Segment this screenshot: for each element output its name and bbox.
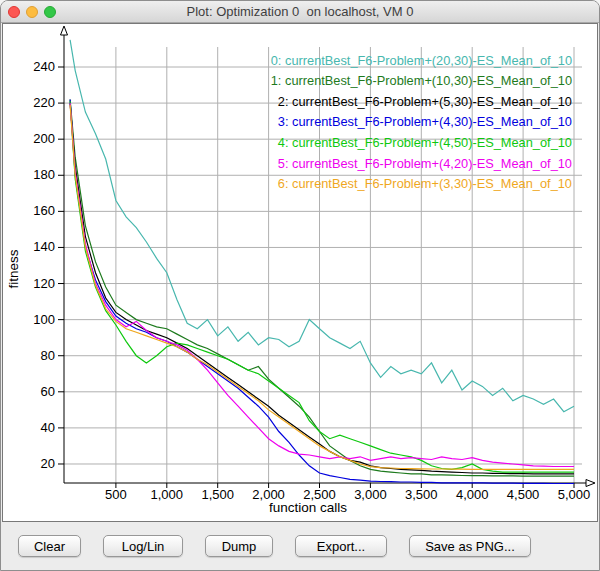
zoom-button[interactable] (44, 6, 56, 18)
y-tick-label: 20 (41, 456, 55, 471)
plot-window: Plot: Optimization 0 on localhost, VM 0 … (0, 0, 600, 571)
clear-button[interactable]: Clear (18, 535, 81, 557)
y-tick-label: 100 (33, 312, 55, 327)
legend-entry-3: 3: currentBest_F6-Problem+(4,30)-ES_Mean… (278, 114, 572, 129)
export-button[interactable]: Export... (295, 535, 387, 557)
close-button[interactable] (8, 6, 20, 18)
y-tick-label: 120 (33, 276, 55, 291)
legend-entry-6: 6: currentBest_F6-Problem+(3,30)-ES_Mean… (278, 176, 572, 191)
legend: 0: currentBest_F6-Problem+(20,30)-ES_Mea… (271, 53, 572, 192)
y-tick-label: 140 (33, 239, 55, 254)
y-tick-label: 220 (33, 95, 55, 110)
x-tick-label: 500 (105, 487, 127, 502)
x-tick-label: 1,500 (201, 487, 234, 502)
x-tick-label: 4,000 (456, 487, 489, 502)
y-tick-label: 200 (33, 131, 55, 146)
chart-svg: 204060801001201401601802002202405001,000… (3, 24, 599, 521)
x-tick-label: 5,000 (558, 487, 591, 502)
y-tick-label: 40 (41, 420, 55, 435)
legend-entry-5: 5: currentBest_F6-Problem+(4,20)-ES_Mean… (278, 156, 572, 171)
x-tick-label: 3,000 (354, 487, 387, 502)
toolbar: Clear Log/Lin Dump Export... Save as PNG… (1, 522, 599, 570)
y-tick-label: 80 (41, 348, 55, 363)
save-png-button[interactable]: Save as PNG... (409, 535, 531, 557)
minimize-button[interactable] (26, 6, 38, 18)
legend-entry-2: 2: currentBest_F6-Problem+(5,30)-ES_Mean… (278, 94, 572, 109)
y-tick-label: 160 (33, 203, 55, 218)
y-axis-label: fitness (6, 249, 21, 288)
traffic-lights (8, 6, 56, 18)
y-tick-label: 180 (33, 167, 55, 182)
x-tick-label: 1,000 (151, 487, 184, 502)
loglin-button[interactable]: Log/Lin (103, 535, 183, 557)
plot-panel: 204060801001201401601802002202405001,000… (2, 23, 598, 522)
x-tick-label: 4,500 (507, 487, 540, 502)
titlebar[interactable]: Plot: Optimization 0 on localhost, VM 0 (1, 1, 599, 23)
y-tick-label: 240 (33, 59, 55, 74)
dump-button[interactable]: Dump (205, 535, 273, 557)
gridlines (64, 47, 582, 483)
legend-entry-4: 4: currentBest_F6-Problem+(4,50)-ES_Mean… (278, 135, 572, 150)
legend-entry-1: 1: currentBest_F6-Problem+(10,30)-ES_Mea… (271, 73, 572, 88)
x-axis-label: function calls (269, 500, 347, 515)
window-title: Plot: Optimization 0 on localhost, VM 0 (71, 1, 529, 23)
y-tick-label: 60 (41, 384, 55, 399)
legend-entry-0: 0: currentBest_F6-Problem+(20,30)-ES_Mea… (271, 53, 572, 68)
x-tick-label: 3,500 (405, 487, 438, 502)
